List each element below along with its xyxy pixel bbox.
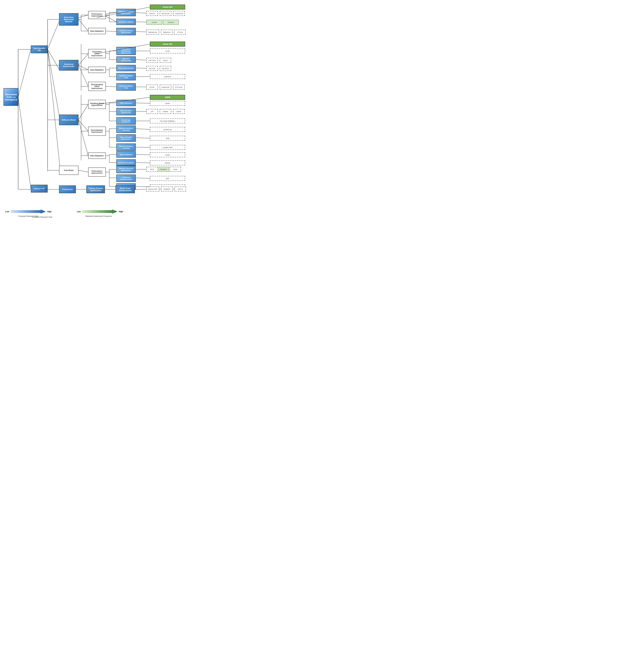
svg-line-80 xyxy=(136,147,150,147)
realnvp-node: RealNVP xyxy=(159,167,169,172)
vae-vec-quant-node: Vector Quantization xyxy=(116,65,136,71)
research-heat-label: Computer Research Heat xyxy=(32,216,52,218)
gan-training-node: Training Scheme Optimization xyxy=(116,28,136,35)
two-step-node: Two-Step Distillation xyxy=(150,118,185,123)
research-heat-high: High xyxy=(47,211,51,213)
canvas: Generative Artificial Intelligence Task-… xyxy=(2,2,192,205)
vae-disent-leaves: β-VAE | FactorVAE | β-TCVAE xyxy=(146,85,185,90)
svg-line-55 xyxy=(106,87,116,87)
root-node: Generative Artificial Intelligence xyxy=(3,88,19,106)
transformer-leaves: Instruct GPT | ChatGPT | GPT-4 xyxy=(146,187,186,191)
tabulargian-node: TabularGAN xyxy=(146,30,159,34)
jointvae-node: JointVAE xyxy=(150,74,185,79)
diff-rev-var1-node: Reverse Variance Learning xyxy=(116,125,136,133)
vae-gumbel2-node: Gumbel Softmax Trick xyxy=(116,83,136,91)
gan-obj-func-node: Objective Function Optimization xyxy=(116,9,136,16)
svg-line-85 xyxy=(136,154,150,155)
svg-line-78 xyxy=(136,129,150,129)
svg-line-58 xyxy=(78,120,88,131)
vae-gan-node: VAE-GAN xyxy=(146,58,158,63)
svg-line-31 xyxy=(136,13,146,13)
task-specific-gai-node: Task-Specific GAI xyxy=(31,46,48,53)
svg-line-70 xyxy=(136,103,150,103)
svg-line-0 xyxy=(18,49,31,97)
vae-data-adapt-node: Data Adaptation xyxy=(88,67,106,73)
svg-line-26 xyxy=(106,16,116,22)
vae-vq-leaves: VQ-VAE | VQ-VAE-2 xyxy=(146,66,171,71)
vae-gumbel-node: Gumbel Softmax Trick xyxy=(116,73,136,80)
gan-training-leaves: TabularGAN | TableGAN | CTGAN xyxy=(146,30,186,34)
diff-sampling-node: Sampling Speed Improvement xyxy=(88,100,106,109)
general-gai-node: General GAI xyxy=(31,185,48,192)
svg-line-86 xyxy=(136,163,150,163)
svg-line-5 xyxy=(48,49,60,120)
svg-line-71 xyxy=(136,111,146,112)
diff-noise-sched-node: Noise Schedule Optimization xyxy=(116,134,136,142)
vae-disentangling-node: Disentangling Effect Improvement xyxy=(88,82,106,91)
dp-node: DP xyxy=(146,109,158,114)
svg-line-35 xyxy=(78,54,88,65)
dcgan-node: DCGAN xyxy=(163,20,179,25)
research-heat-legend: Low High xyxy=(5,210,51,214)
vanilla-gan-node: Vanilla GAN xyxy=(150,5,185,9)
diff-space-map-node: Space Mapping xyxy=(116,151,136,158)
beta-vae-node: β-VAE xyxy=(146,85,158,90)
diff-data-adapt-node: Data Adaptation xyxy=(88,152,106,159)
legend: Low High Computer Research Heat Low xyxy=(2,208,192,215)
tablegan-node: TableGAN xyxy=(161,30,172,34)
diff-ode-node: ODE Optmation xyxy=(116,100,136,106)
instruct-gpt-node: Instruct GPT xyxy=(146,187,159,191)
transformer-training-node: Training Scheme Optimization xyxy=(87,186,105,193)
ddim-node: DDIM xyxy=(150,101,185,106)
ddss-node: DDSS xyxy=(173,109,185,114)
diff-discrete-node: Discrete Corruption xyxy=(116,159,136,166)
cyclegan-node: CycleGAN xyxy=(173,11,185,16)
flow-net-leaves: NICE RealNVP Glow xyxy=(146,167,181,172)
glow-node: Glow xyxy=(170,167,181,172)
svg-line-79 xyxy=(136,138,150,138)
gan-condition-node: Condition Addition xyxy=(116,19,136,25)
svg-line-53 xyxy=(136,68,146,68)
svg-line-37 xyxy=(78,65,88,87)
wgan-gp-node: WGAN-GP xyxy=(160,11,171,16)
gan-condition-leaves: CGAN DCGAN xyxy=(146,20,179,25)
analytic-dpm-node: Analytic-DPM xyxy=(150,145,185,150)
diffusion-node: Diffusion Model xyxy=(59,115,78,125)
lsgm-node: LSGM xyxy=(150,152,185,157)
svg-line-6 xyxy=(48,49,60,167)
svg-line-57 xyxy=(78,104,88,120)
svg-line-4 xyxy=(48,49,60,71)
vae-sim-dist-node: Simulation Distribution Optimization xyxy=(116,47,136,55)
employment-freq-arrow xyxy=(82,210,117,214)
svg-line-36 xyxy=(78,65,88,70)
diff-disc-leaves: DP | GENIE | DDSS xyxy=(146,109,185,114)
vqvae-node: VQ-VAE xyxy=(146,66,158,71)
employment-freq-label-text: Materials Employment Frequence xyxy=(76,215,122,217)
svg-line-34 xyxy=(136,31,146,32)
employment-freq-low: Low xyxy=(77,211,81,213)
diff-rev-var2-node: Reverse Variance Learning xyxy=(116,144,136,151)
svg-line-20 xyxy=(78,19,88,31)
gan-obj-leaves: WGAN | WGAN-GP | CycleGAN xyxy=(146,11,185,16)
ddpm-node: DDPM xyxy=(150,95,185,100)
svg-line-33 xyxy=(106,31,116,31)
svg-line-25 xyxy=(106,13,116,14)
d3pms-node: D3PMs xyxy=(150,161,185,165)
vae-struct-opt-node: Structure Optimization xyxy=(116,56,136,63)
diff-gen-improve-node: Generalization Improvement xyxy=(88,126,106,136)
svg-line-54 xyxy=(136,76,150,77)
svg-line-1 xyxy=(18,97,31,189)
vqvae2-node: VQ-VAE-2 xyxy=(160,66,171,71)
diff-disc-opt-node: Discretization Optimization xyxy=(116,108,136,115)
diff-knowledge-node: Knowledge Distillation xyxy=(116,117,136,125)
transformer-node: Transformer xyxy=(59,186,76,193)
svg-line-87 xyxy=(78,170,88,172)
cnf-node: CNF xyxy=(150,176,185,181)
svg-line-3 xyxy=(48,19,60,49)
svg-marker-101 xyxy=(82,210,117,214)
svg-line-19 xyxy=(78,15,88,18)
wgan-node: WGAN xyxy=(146,11,158,16)
scoreflow-node: ScoreFLow xyxy=(150,127,185,132)
genie-node: GENIE xyxy=(160,109,171,114)
flow-model-node: Flow Model xyxy=(59,166,78,175)
